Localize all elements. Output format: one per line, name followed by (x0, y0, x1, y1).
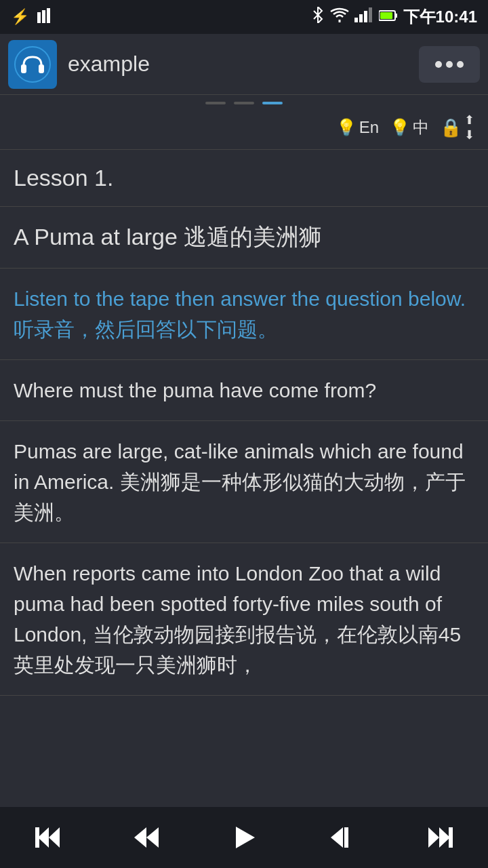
instruction-section: Listen to the tape then answer the quest… (0, 269, 488, 360)
svg-rect-11 (21, 64, 26, 73)
bottom-nav (0, 807, 488, 868)
question-section: Where must the puma have come from? (0, 360, 488, 421)
svg-point-10 (15, 47, 50, 82)
svg-rect-0 (37, 12, 41, 23)
svg-rect-3 (354, 18, 358, 22)
svg-rect-20 (344, 827, 348, 848)
back-button[interactable] (308, 814, 375, 861)
bulb-zh-icon: 💡 (390, 118, 410, 137)
lesson-title: Lesson 1. (14, 165, 113, 191)
question-text: Where must the puma have come from? (14, 379, 376, 401)
app-bar: example (0, 34, 488, 95)
lesson-section: Lesson 1. (0, 150, 488, 207)
svg-rect-9 (380, 12, 392, 19)
svg-rect-6 (369, 7, 372, 22)
svg-marker-19 (331, 827, 343, 848)
svg-marker-18 (236, 827, 255, 848)
status-right: 下午10:41 (311, 6, 477, 28)
last-button[interactable] (405, 814, 473, 861)
play-button[interactable] (210, 814, 278, 861)
toolbar: 💡 En 💡 中 🔒 ⬆⬇ (0, 108, 488, 149)
svg-marker-21 (439, 827, 450, 848)
status-time: 下午10:41 (403, 6, 477, 28)
status-left: ⚡ (11, 7, 54, 27)
menu-button[interactable] (419, 46, 480, 83)
usb-icon: ⚡ (11, 8, 29, 26)
status-bar: ⚡ (0, 0, 488, 34)
svg-rect-2 (47, 8, 50, 23)
svg-rect-5 (364, 11, 367, 22)
bluetooth-icon (311, 7, 325, 27)
tab-1[interactable] (205, 102, 226, 104)
zh-label: 中 (413, 117, 429, 138)
svg-rect-12 (39, 64, 44, 73)
bar-icon (37, 7, 54, 27)
svg-rect-23 (449, 827, 453, 848)
bulb-en-icon: 💡 (336, 118, 357, 137)
english-toggle[interactable]: 💡 En (336, 118, 379, 137)
rewind-button[interactable] (113, 814, 180, 861)
body2-section: When reports came into London Zoo that a… (0, 543, 488, 696)
body1-text: Pumas are large, cat-like animals which … (14, 440, 466, 524)
article-title-section: A Puma at large 逃遁的美洲狮 (0, 207, 488, 269)
app-icon (8, 40, 57, 89)
lock-arrows: ⬆⬇ (464, 113, 474, 142)
wifi-icon (330, 7, 349, 26)
first-button[interactable] (15, 814, 83, 861)
svg-rect-14 (35, 827, 39, 848)
lock-icon: 🔒 (440, 117, 462, 138)
app-title: example (68, 52, 408, 77)
lock-button[interactable]: 🔒 ⬆⬇ (440, 113, 474, 142)
instruction-text: Listen to the tape then answer the quest… (14, 288, 466, 340)
tab-2[interactable] (234, 102, 254, 104)
svg-marker-17 (146, 827, 159, 848)
svg-rect-1 (42, 10, 45, 23)
body2-text: When reports came into London Zoo that a… (14, 562, 461, 676)
body1-section: Pumas are large, cat-like animals which … (0, 421, 488, 543)
svg-marker-22 (428, 827, 439, 848)
signal-icon (354, 7, 373, 26)
svg-marker-13 (38, 827, 49, 848)
tab-bar (0, 95, 488, 108)
chinese-toggle[interactable]: 💡 中 (390, 117, 429, 138)
en-label: En (359, 118, 379, 137)
svg-marker-16 (134, 827, 146, 848)
svg-marker-15 (49, 827, 60, 848)
svg-rect-8 (395, 14, 397, 18)
battery-icon (379, 8, 398, 26)
svg-rect-4 (359, 14, 363, 22)
article-title: A Puma at large 逃遁的美洲狮 (14, 224, 322, 250)
main-content: Lesson 1. A Puma at large 逃遁的美洲狮 Listen … (0, 150, 488, 868)
tab-3[interactable] (262, 102, 283, 104)
